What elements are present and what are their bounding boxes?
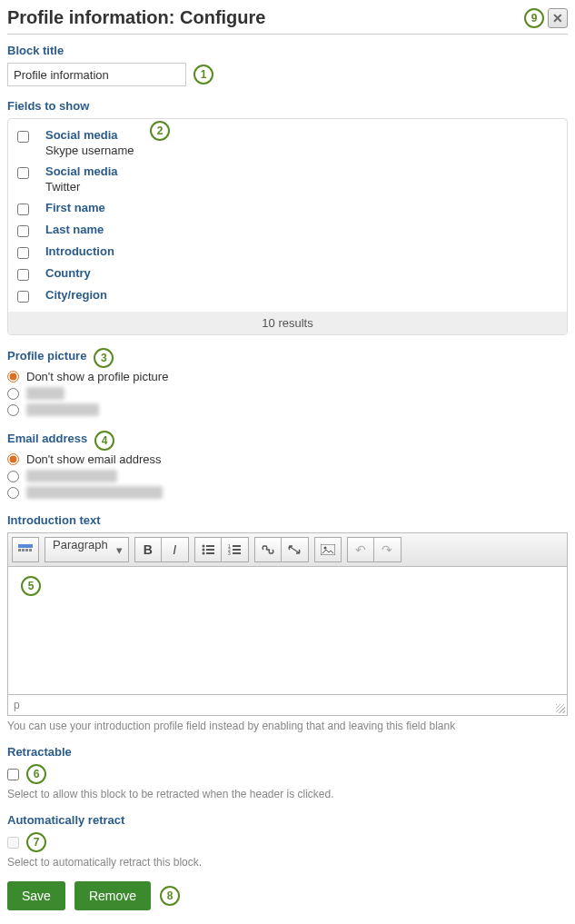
svg-point-18	[323, 547, 326, 550]
svg-rect-14	[233, 549, 241, 551]
callout-3: 3	[94, 348, 114, 368]
introduction-label: Introduction text	[7, 513, 101, 527]
field-checkbox[interactable]	[17, 269, 29, 281]
field-row: Social media Twitter	[17, 163, 558, 199]
numbered-list-button[interactable]: 123	[222, 537, 249, 562]
format-select-label: Paragraph	[53, 538, 108, 551]
svg-point-7	[202, 549, 204, 551]
fields-box: 2 Social media Skype username Social med…	[7, 118, 568, 335]
svg-rect-8	[206, 549, 214, 551]
results-count: 10 results	[8, 312, 567, 334]
retractable-help: Select to allow this block to be retract…	[7, 788, 568, 800]
profile-picture-radio-none[interactable]	[7, 371, 19, 383]
close-button[interactable]: ✕	[548, 8, 568, 28]
remove-button[interactable]: Remove	[74, 881, 151, 910]
field-title: City/region	[45, 288, 558, 302]
field-sub: Skype username	[45, 144, 558, 157]
fields-to-show-label: Fields to show	[7, 99, 89, 113]
format-select[interactable]: Paragraph	[45, 537, 129, 562]
svg-rect-3	[25, 549, 28, 551]
field-title: Introduction	[45, 244, 558, 258]
bullet-list-button[interactable]	[194, 537, 222, 562]
svg-point-5	[202, 545, 204, 548]
field-checkbox[interactable]	[17, 204, 29, 215]
toolbox-icon[interactable]	[12, 537, 39, 562]
radio-label: Don't show a profile picture	[26, 370, 168, 383]
svg-rect-4	[29, 549, 32, 551]
redacted-text	[26, 486, 163, 499]
field-title: Last name	[45, 223, 558, 236]
editor-toolbar: Paragraph B I 123	[8, 533, 567, 567]
editor-status-bar: p	[8, 694, 567, 715]
bold-button[interactable]: B	[134, 537, 162, 562]
field-row: Introduction	[17, 243, 558, 264]
svg-rect-12	[233, 545, 241, 547]
svg-point-9	[202, 552, 204, 555]
auto-retract-help: Select to automatically retract this blo…	[7, 856, 568, 869]
email-radio-2[interactable]	[7, 471, 19, 482]
auto-retract-checkbox[interactable]	[7, 837, 19, 849]
redacted-text	[26, 403, 99, 416]
editor-path: p	[14, 699, 20, 711]
profile-picture-radio-2[interactable]	[7, 388, 19, 400]
field-title: Social media	[45, 128, 558, 142]
svg-rect-0	[18, 544, 33, 548]
email-radio-3[interactable]	[7, 487, 19, 499]
redo-button[interactable]: ↷	[374, 537, 402, 562]
field-title: First name	[45, 201, 558, 214]
undo-button[interactable]: ↶	[347, 537, 374, 562]
profile-picture-label: Profile picture	[7, 349, 86, 363]
svg-rect-6	[206, 545, 214, 547]
redacted-text	[26, 387, 64, 400]
svg-rect-16	[233, 552, 241, 554]
callout-5: 5	[21, 576, 41, 596]
field-title: Country	[45, 266, 558, 280]
callout-8: 8	[160, 886, 180, 906]
field-row: Last name	[17, 221, 558, 243]
field-row: City/region	[17, 286, 558, 308]
radio-label: Don't show email address	[26, 452, 161, 466]
field-checkbox[interactable]	[17, 247, 29, 259]
field-row: First name	[17, 199, 558, 221]
redacted-text	[26, 470, 117, 482]
save-button[interactable]: Save	[7, 881, 65, 910]
retractable-label: Retractable	[7, 745, 72, 759]
italic-button[interactable]: I	[162, 537, 189, 562]
svg-rect-10	[206, 552, 214, 554]
callout-6: 6	[26, 764, 46, 784]
field-checkbox[interactable]	[17, 167, 29, 179]
block-title-label: Block title	[7, 44, 64, 57]
svg-text:3: 3	[228, 551, 231, 555]
editor-textarea[interactable]: 5	[8, 567, 567, 694]
field-row: Social media Skype username	[17, 126, 558, 163]
field-checkbox[interactable]	[17, 131, 29, 143]
retractable-checkbox[interactable]	[7, 769, 19, 780]
svg-rect-1	[18, 549, 21, 551]
profile-picture-radio-3[interactable]	[7, 404, 19, 416]
email-address-label: Email address	[7, 432, 87, 445]
block-title-input[interactable]	[7, 63, 186, 86]
email-radio-none[interactable]	[7, 453, 19, 465]
resize-handle[interactable]	[556, 704, 565, 713]
callout-9: 9	[524, 8, 544, 28]
image-button[interactable]	[314, 537, 342, 562]
auto-retract-label: Automatically retract	[7, 813, 124, 827]
callout-7: 7	[26, 832, 46, 852]
close-icon: ✕	[552, 11, 563, 25]
link-button[interactable]	[254, 537, 282, 562]
callout-1: 1	[193, 65, 213, 84]
field-sub: Twitter	[45, 180, 558, 194]
svg-rect-2	[22, 549, 25, 551]
field-row: Country	[17, 264, 558, 286]
introduction-help: You can use your introduction profile fi…	[7, 720, 568, 732]
callout-4: 4	[94, 431, 114, 451]
field-title: Social media	[45, 164, 558, 178]
unlink-button[interactable]	[282, 537, 309, 562]
field-checkbox[interactable]	[17, 291, 29, 303]
field-checkbox[interactable]	[17, 225, 29, 237]
page-title: Profile information: Configure	[7, 7, 265, 28]
rich-text-editor: Paragraph B I 123	[7, 532, 568, 716]
